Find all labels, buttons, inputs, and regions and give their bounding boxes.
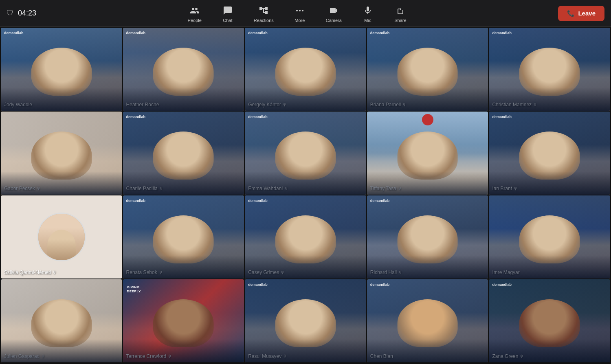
participant-cell-briana[interactable]: demandlab Briana Parnell 🎙 — [367, 28, 488, 111]
participant-cell-charlie[interactable]: demandlab Charlie Padilla 🎙 — [123, 112, 244, 195]
participant-cell-imre[interactable]: Imre Magyar — [489, 195, 610, 278]
more-label: More — [295, 18, 305, 23]
leave-label: Leave — [578, 10, 596, 17]
mic-icon — [361, 4, 374, 17]
participant-cell-julien[interactable]: Julien Gasparac 🎙 — [1, 279, 122, 362]
topbar-right: 📞 Leave — [558, 6, 604, 21]
mic-button[interactable]: Mic — [358, 2, 378, 24]
participant-cell-heather[interactable]: demandlab Heather Roche — [123, 28, 244, 111]
topbar-left: 🛡 04:23 — [7, 9, 36, 18]
reactions-button[interactable]: Reactions — [251, 2, 277, 24]
participant-cell-ian[interactable]: demandlab Ian Brant 🎙 — [489, 112, 610, 195]
participant-cell-szilvia[interactable]: Szilvia Qerimi-Németi 🎙 — [1, 195, 122, 278]
leave-button[interactable]: 📞 Leave — [558, 6, 604, 21]
more-icon — [293, 4, 306, 17]
participant-cell-terrence[interactable]: GIVING.DEEPLY. Terrence Crawford 🎙 — [123, 279, 244, 362]
participant-cell-emma[interactable]: demandlab Emma Wahdani 🎙 — [245, 112, 366, 195]
svg-point-2 — [302, 10, 303, 11]
shield-icon: 🛡 — [7, 9, 14, 18]
people-label: People — [188, 18, 202, 23]
video-grid: demandlab Jody Waddle demandlab Heather … — [0, 27, 611, 364]
participant-cell-gabor[interactable]: Gabor Pécsek 🎙 — [1, 112, 122, 195]
participant-cell-jody[interactable]: demandlab Jody Waddle — [1, 28, 122, 111]
camera-button[interactable]: Camera — [323, 2, 345, 24]
participant-cell-tiffany[interactable]: Tiffany Tasa 🎙 — [367, 112, 488, 195]
camera-label: Camera — [326, 18, 342, 23]
share-icon — [394, 4, 407, 17]
svg-point-1 — [299, 10, 301, 11]
participant-cell-richard[interactable]: demandlab Richard Hall 🎙 — [367, 195, 488, 278]
leave-phone-icon: 📞 — [567, 10, 575, 17]
chat-label: Chat — [223, 18, 232, 23]
mic-label: Mic — [364, 18, 371, 23]
reactions-icon — [257, 4, 270, 17]
topbar: 🛡 04:23 People Chat — [0, 0, 611, 27]
chat-button[interactable]: Chat — [218, 2, 237, 24]
participant-cell-gergely[interactable]: demandlab Gergely Kántor 🎙 — [245, 28, 366, 111]
share-button[interactable]: Share — [391, 2, 410, 24]
participant-cell-zana[interactable]: demandlab Zana Green 🎙 — [489, 279, 610, 362]
svg-point-0 — [296, 10, 298, 11]
share-label: Share — [394, 18, 406, 23]
people-button[interactable]: People — [185, 2, 205, 24]
call-timer: 04:23 — [18, 9, 36, 18]
reactions-label: Reactions — [254, 18, 274, 23]
participant-name-szilvia: Szilvia Qerimi-Németi 🎙 — [4, 270, 57, 275]
camera-icon — [327, 4, 340, 17]
participant-cell-christian-m[interactable]: demandlab Christian Martinez 🎙 — [489, 28, 610, 111]
participant-cell-casey[interactable]: demandlab Casey Grimes 🎙 — [245, 195, 366, 278]
participant-cell-chen[interactable]: demandlab Chen Bian — [367, 279, 488, 362]
participant-cell-renata[interactable]: demandlab Renata Sebok 🎙 — [123, 195, 244, 278]
participant-cell-rasul[interactable]: demandlab Rasul Musayev 🎙 — [245, 279, 366, 362]
more-button[interactable]: More — [290, 2, 310, 24]
chat-icon — [221, 4, 234, 17]
topbar-nav: People Chat Reactions M — [36, 2, 558, 24]
people-icon — [188, 4, 201, 17]
